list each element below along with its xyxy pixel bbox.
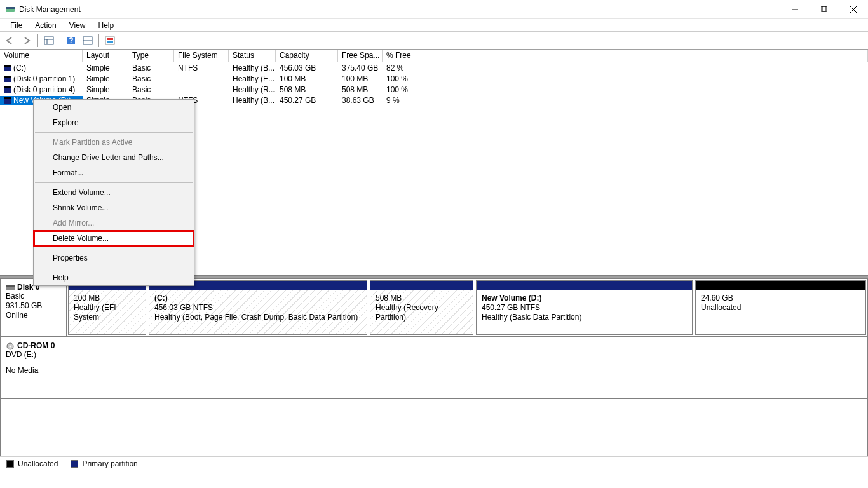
volume-icon bbox=[4, 65, 11, 71]
volume-row[interactable]: (Disk 0 partition 4)SimpleBasicHealthy (… bbox=[0, 84, 868, 95]
svg-rect-16 bbox=[107, 41, 113, 43]
toolbar: ? bbox=[0, 32, 868, 50]
ctx-mark-active: Mark Partition as Active bbox=[34, 135, 194, 150]
cdrom-body bbox=[67, 337, 867, 398]
svg-point-20 bbox=[10, 345, 11, 347]
ctx-delete-volume[interactable]: Delete Volume... bbox=[34, 231, 194, 246]
ctx-explore[interactable]: Explore bbox=[34, 115, 194, 130]
menu-action[interactable]: Action bbox=[29, 20, 62, 31]
graphical-disk-pane: Disk 0 Basic 931.50 GB Online 100 MBHeal… bbox=[0, 276, 868, 463]
legend-primary-label: Primary partition bbox=[82, 459, 137, 468]
disk-icon bbox=[6, 284, 15, 292]
partition[interactable]: (C:)456.03 GB NTFSHealthy (Boot, Page Fi… bbox=[149, 280, 367, 335]
col-freespace[interactable]: Free Spa... bbox=[338, 50, 383, 62]
col-layout[interactable]: Layout bbox=[83, 50, 128, 62]
partition[interactable]: 100 MBHealthy (EFI System bbox=[68, 280, 146, 335]
ctx-format[interactable]: Format... bbox=[34, 165, 194, 180]
menu-view[interactable]: View bbox=[63, 20, 92, 31]
ctx-change-letter[interactable]: Change Drive Letter and Paths... bbox=[34, 150, 194, 165]
disk-0-partitions: 100 MBHealthy (EFI System(C:)456.03 GB N… bbox=[67, 279, 867, 336]
partition[interactable]: 508 MBHealthy (Recovery Partition) bbox=[370, 280, 473, 335]
menubar: File Action View Help bbox=[0, 19, 868, 32]
svg-rect-7 bbox=[44, 37, 53, 44]
menu-file[interactable]: File bbox=[4, 20, 29, 31]
back-button[interactable] bbox=[3, 34, 18, 48]
help-icon[interactable]: ? bbox=[64, 34, 79, 48]
legend-unallocated-swatch bbox=[6, 460, 14, 468]
svg-text:?: ? bbox=[69, 36, 73, 45]
volume-row[interactable]: (C:)SimpleBasicNTFSHealthy (B...456.03 G… bbox=[0, 62, 868, 73]
svg-rect-15 bbox=[107, 38, 113, 40]
legend: Unallocated Primary partition bbox=[0, 456, 868, 470]
context-menu: Open Explore Mark Partition as Active Ch… bbox=[33, 99, 194, 286]
app-icon bbox=[5, 4, 15, 15]
minimize-button[interactable] bbox=[780, 0, 810, 19]
col-status[interactable]: Status bbox=[229, 50, 276, 62]
toolbar-icon-1[interactable] bbox=[41, 34, 57, 48]
ctx-shrink[interactable]: Shrink Volume... bbox=[34, 200, 194, 215]
legend-primary-swatch bbox=[71, 460, 78, 468]
titlebar: Disk Management bbox=[0, 0, 868, 19]
cdrom-row: CD-ROM 0 DVD (E:) No Media bbox=[0, 337, 868, 399]
legend-unallocated-label: Unallocated bbox=[18, 459, 58, 468]
col-capacity[interactable]: Capacity bbox=[276, 50, 338, 62]
svg-rect-1 bbox=[6, 7, 15, 9]
window-title: Disk Management bbox=[19, 5, 81, 14]
volume-icon bbox=[4, 97, 11, 104]
col-volume[interactable]: Volume bbox=[0, 50, 83, 62]
col-type[interactable]: Type bbox=[128, 50, 174, 62]
ctx-properties[interactable]: Properties bbox=[34, 250, 194, 266]
empty-disk-area bbox=[0, 399, 868, 463]
col-filesystem[interactable]: File System bbox=[174, 50, 229, 62]
volume-icon bbox=[4, 76, 11, 82]
ctx-open[interactable]: Open bbox=[34, 100, 194, 115]
toolbar-icon-2[interactable] bbox=[80, 34, 95, 48]
disk-0-row: Disk 0 Basic 931.50 GB Online 100 MBHeal… bbox=[0, 278, 868, 337]
cdrom-label[interactable]: CD-ROM 0 DVD (E:) No Media bbox=[1, 337, 67, 398]
volume-list-header: Volume Layout Type File System Status Ca… bbox=[0, 50, 868, 62]
col-pctfree[interactable]: % Free bbox=[383, 50, 438, 62]
forward-button[interactable] bbox=[19, 34, 34, 48]
menu-help[interactable]: Help bbox=[92, 20, 121, 31]
ctx-help[interactable]: Help bbox=[34, 270, 194, 285]
ctx-add-mirror: Add Mirror... bbox=[34, 215, 194, 231]
disk-0-label[interactable]: Disk 0 Basic 931.50 GB Online bbox=[1, 279, 67, 336]
volume-icon bbox=[4, 86, 11, 93]
ctx-extend[interactable]: Extend Volume... bbox=[34, 185, 194, 200]
toolbar-icon-3[interactable] bbox=[102, 34, 118, 48]
svg-rect-4 bbox=[822, 6, 827, 11]
svg-rect-3 bbox=[821, 6, 826, 11]
svg-rect-18 bbox=[6, 285, 15, 287]
partition[interactable]: New Volume (D:)450.27 GB NTFSHealthy (Ba… bbox=[476, 280, 693, 335]
cdrom-icon bbox=[6, 342, 15, 350]
maximize-button[interactable] bbox=[810, 0, 839, 19]
volume-row[interactable]: (Disk 0 partition 1)SimpleBasicHealthy (… bbox=[0, 73, 868, 84]
partition[interactable]: 24.60 GBUnallocated bbox=[695, 280, 866, 335]
close-button[interactable] bbox=[839, 0, 868, 19]
svg-rect-14 bbox=[105, 37, 114, 44]
